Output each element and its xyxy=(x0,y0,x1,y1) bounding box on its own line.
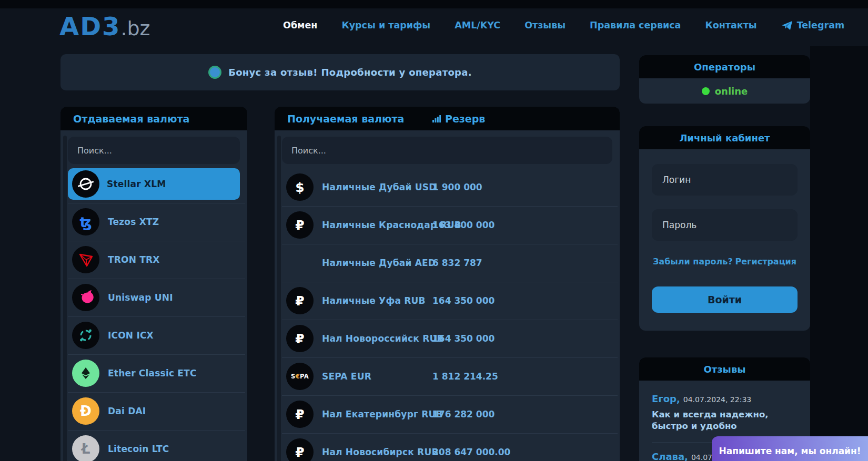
receive-panel-body: $ Наличные Дубай USD 1 900 000 ₽ Наличны… xyxy=(275,130,620,461)
telegram-icon xyxy=(781,21,793,30)
currency-row-stellar[interactable]: Stellar XLM xyxy=(68,168,240,200)
reserve-value: 1 812 214.25 xyxy=(432,371,498,382)
currency-label: Uniswap UNI xyxy=(108,292,173,303)
receive-row-sepa-eur[interactable]: S€PA SEPA EUR 1 812 214.25 xyxy=(275,357,620,395)
right-background-band xyxy=(810,46,868,461)
register-link[interactable]: Регистрация xyxy=(735,257,797,267)
reserve-column-header: Резерв xyxy=(432,113,485,125)
operators-status-row: online xyxy=(639,78,810,104)
login-input[interactable] xyxy=(652,164,798,196)
dai-icon: Ð xyxy=(72,397,99,425)
rub-icon: ₽ xyxy=(286,438,314,461)
online-dot-icon xyxy=(702,87,710,95)
currency-row-uniswap[interactable]: Uniswap UNI xyxy=(60,279,247,316)
currency-label: Наличные Дубай USD xyxy=(322,182,436,192)
review-author: Слава, xyxy=(652,451,688,461)
currency-row-litecoin[interactable]: Ł Litecoin LTC xyxy=(60,430,247,461)
receive-row-novosibirsk-rub[interactable]: ₽ Нал Новосибирск RUB 208 647 000.00 xyxy=(275,433,620,461)
nav-item-reviews[interactable]: Отзывы xyxy=(524,20,566,30)
account-body: Забыли пароль? Регистрация Войти xyxy=(639,149,810,331)
rub-icon: ₽ xyxy=(286,211,314,239)
currency-label: Наличные Дубай AED xyxy=(322,258,436,268)
password-input[interactable] xyxy=(652,209,798,241)
account-header: Личный кабинет xyxy=(639,126,810,149)
give-panel-title: Отдаваемая валюта xyxy=(73,113,189,125)
nav-item-contacts[interactable]: Контакты xyxy=(705,20,756,30)
reserve-value: 164 350 000 xyxy=(432,295,494,306)
currency-label: Нал Новороссийск RUB xyxy=(322,333,444,344)
chat-widget[interactable]: Напишите нам, мы онлайн! xyxy=(712,436,868,461)
nav-item-telegram[interactable]: Telegram xyxy=(781,20,845,30)
currency-label: Litecoin LTC xyxy=(108,444,169,454)
give-currency-list: Stellar XLM ꜩ Tezos XTZ TRON TRX xyxy=(60,168,247,461)
main-nav: Обмен Курсы и тарифы AML/KYC Отзывы Прав… xyxy=(283,20,844,30)
reserve-value: 1 900 000 xyxy=(432,182,482,192)
currency-row-tezos[interactable]: ꜩ Tezos XTZ xyxy=(60,203,247,241)
operators-header: Операторы xyxy=(639,55,810,78)
no-icon-spacer xyxy=(286,249,314,276)
review-author: Егор, xyxy=(652,393,680,404)
currency-label: Нал Новосибирск RUB xyxy=(322,447,439,457)
bonus-dot-icon xyxy=(208,66,221,79)
reserve-label: Резерв xyxy=(445,113,485,125)
forgot-password-link[interactable]: Забыли пароль? xyxy=(653,257,733,267)
account-links: Забыли пароль? Регистрация xyxy=(652,254,798,267)
brand-logo[interactable]: AD3.bz xyxy=(59,12,150,41)
top-strip xyxy=(0,0,868,8)
rub-icon: ₽ xyxy=(286,401,314,428)
review-date: 04.07.2024, 22:33 xyxy=(683,395,751,404)
rub-icon: ₽ xyxy=(286,325,314,352)
currency-label: Нал Екатеринбург RUB xyxy=(322,409,443,419)
currency-row-icon-icx[interactable]: ICON ICX xyxy=(60,316,247,354)
brand-logo-suffix: .bz xyxy=(120,17,150,40)
reviews-title: Отзывы xyxy=(703,364,745,375)
chat-widget-text: Напишите нам, мы онлайн! xyxy=(719,446,861,456)
give-panel-body: Stellar XLM ꜩ Tezos XTZ TRON TRX xyxy=(60,130,247,461)
reserve-value: 6 832 787 xyxy=(432,258,482,268)
litecoin-icon: Ł xyxy=(72,435,99,461)
receive-row-krasnodar-rub[interactable]: ₽ Наличные Краснодар RUB 163 400 000 xyxy=(275,206,620,244)
receive-row-ekaterinburg-rub[interactable]: ₽ Нал Екатеринбург RUB 176 282 000 xyxy=(275,395,620,433)
account-title: Личный кабинет xyxy=(679,132,770,144)
currency-row-ether-classic[interactable]: Ether Classic ETC xyxy=(60,354,247,392)
account-card: Личный кабинет Забыли пароль? Регистраци… xyxy=(639,126,810,331)
usd-icon: $ xyxy=(286,173,314,201)
bonus-banner: Бонус за отзыв! Подробности у оператора. xyxy=(60,54,620,90)
nav-item-aml-kyc[interactable]: AML/KYC xyxy=(455,20,500,30)
give-currency-panel: Отдаваемая валюта Stellar XLM ꜩ Tezos XT… xyxy=(60,107,247,461)
receive-row-ufa-rub[interactable]: ₽ Наличные Уфа RUB 164 350 000 xyxy=(275,282,620,320)
nav-item-rates[interactable]: Курсы и тарифы xyxy=(341,20,430,30)
review-text: Как и всегда надежно, быстро и удобно xyxy=(652,409,791,433)
tron-icon xyxy=(72,246,99,273)
currency-row-tron[interactable]: TRON TRX xyxy=(60,241,247,279)
stellar-icon xyxy=(72,170,99,198)
reserve-bars-icon xyxy=(432,115,441,122)
online-status: online xyxy=(715,86,748,97)
currency-label: Tezos XTZ xyxy=(108,217,159,227)
receive-currency-panel: Получаемая валюта Резерв $ Наличные Дуба… xyxy=(275,107,620,461)
telegram-label: Telegram xyxy=(797,20,845,30)
operators-card: Операторы online xyxy=(639,55,810,104)
currency-label: Ether Classic ETC xyxy=(108,368,197,378)
rub-icon: ₽ xyxy=(286,287,314,314)
receive-row-novorossiysk-rub[interactable]: ₽ Нал Новороссийск RUB 164 350 000 xyxy=(275,320,620,357)
nav-item-exchange[interactable]: Обмен xyxy=(283,20,317,30)
nav-item-rules[interactable]: Правила сервиса xyxy=(590,20,681,30)
bonus-banner-text: Бонус за отзыв! Подробности у оператора. xyxy=(228,67,472,78)
receive-search-input[interactable] xyxy=(282,137,612,164)
receive-row-dubai-aed[interactable]: Наличные Дубай AED 6 832 787 xyxy=(275,244,620,282)
review-item: Егор,04.07.2024, 22:33 Как и всегда наде… xyxy=(652,393,798,433)
give-search-input[interactable] xyxy=(68,137,240,164)
reserve-value: 163 400 000 xyxy=(432,220,494,230)
currency-label: ICON ICX xyxy=(108,330,154,341)
reserve-value: 176 282 000 xyxy=(432,409,494,419)
currency-row-dai[interactable]: Ð Dai DAI xyxy=(60,392,247,430)
brand-logo-text: AD3 xyxy=(59,12,120,41)
tezos-icon: ꜩ xyxy=(72,208,99,235)
reserve-value: 208 647 000.00 xyxy=(432,447,510,457)
operators-title: Операторы xyxy=(694,62,755,73)
currency-label: Наличные Уфа RUB xyxy=(322,295,426,306)
give-panel-header: Отдаваемая валюта xyxy=(60,107,247,130)
login-button[interactable]: Войти xyxy=(652,286,798,313)
receive-row-dubai-usd[interactable]: $ Наличные Дубай USD 1 900 000 xyxy=(275,168,620,206)
